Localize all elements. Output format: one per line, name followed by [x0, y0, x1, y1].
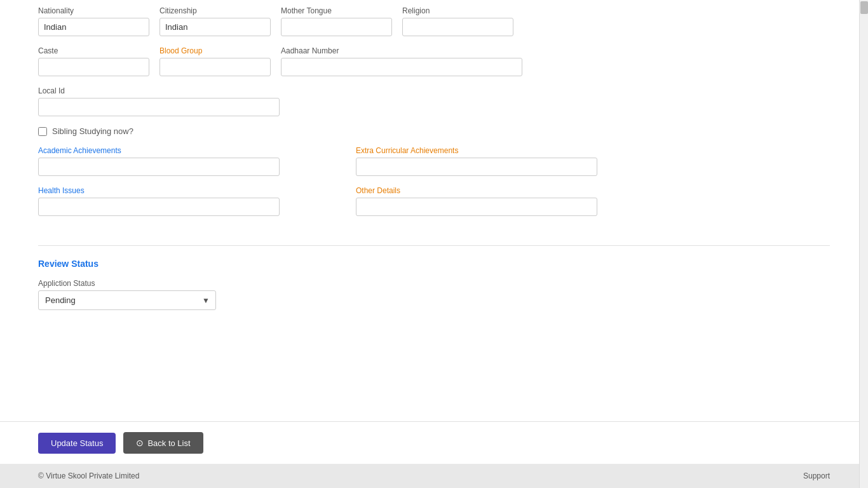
back-to-list-label: Back to List: [147, 438, 190, 448]
religion-input[interactable]: [402, 18, 513, 36]
religion-group: Religion: [402, 6, 513, 36]
support-link[interactable]: Support: [803, 471, 830, 480]
blood-group-input[interactable]: [159, 58, 271, 76]
mother-tongue-input[interactable]: [281, 18, 392, 36]
aadhaar-group: Aadhaar Number: [281, 46, 522, 76]
health-issues-label: Health Issues: [38, 186, 343, 195]
application-status-select[interactable]: Pending Approved Rejected: [38, 290, 216, 310]
caste-label: Caste: [38, 46, 149, 55]
scrollbar-thumb[interactable]: [860, 1, 868, 14]
status-select-wrapper: Pending Approved Rejected ▼: [38, 290, 216, 310]
caste-input[interactable]: [38, 58, 149, 76]
mother-tongue-label: Mother Tongue: [281, 6, 392, 15]
local-id-group: Local Id: [38, 86, 280, 116]
sibling-label: Sibling Studying now?: [52, 126, 133, 136]
aadhaar-input[interactable]: [281, 58, 522, 76]
local-id-label: Local Id: [38, 86, 280, 95]
footer-actions: Update Status ⊙ Back to List: [0, 421, 868, 464]
extra-curricular-input[interactable]: [356, 158, 597, 176]
health-issues-input[interactable]: [38, 198, 280, 216]
citizenship-label: Citizenship: [159, 6, 271, 15]
citizenship-input[interactable]: [159, 18, 271, 36]
health-issues-group: Health Issues: [38, 186, 343, 216]
extra-curricular-label: Extra Curricular Achievements: [356, 146, 661, 155]
blood-group-group: Blood Group: [159, 46, 271, 76]
religion-label: Religion: [402, 6, 513, 15]
academic-achievements-label: Academic Achievements: [38, 146, 343, 155]
other-details-group: Other Details: [356, 186, 661, 216]
local-id-input[interactable]: [38, 98, 280, 116]
application-status-label: Appliction Status: [38, 279, 830, 288]
review-status-title: Review Status: [38, 259, 830, 269]
copyright-text: © Virtue Skool Private Limited: [38, 471, 139, 480]
other-details-input[interactable]: [356, 198, 597, 216]
nationality-input[interactable]: [38, 18, 149, 36]
mother-tongue-group: Mother Tongue: [281, 6, 392, 36]
page-footer: © Virtue Skool Private Limited Support: [0, 464, 868, 488]
academic-achievements-input[interactable]: [38, 158, 280, 176]
caste-group: Caste: [38, 46, 149, 76]
review-status-section: Review Status Appliction Status Pending …: [38, 245, 830, 310]
other-details-label: Other Details: [356, 186, 661, 195]
extra-curricular-group: Extra Curricular Achievements: [356, 146, 661, 176]
back-to-list-button[interactable]: ⊙ Back to List: [123, 432, 203, 454]
nationality-label: Nationality: [38, 6, 149, 15]
blood-group-label: Blood Group: [159, 46, 271, 55]
sibling-checkbox[interactable]: [38, 127, 47, 136]
nationality-group: Nationality: [38, 6, 149, 36]
scrollbar-track: [859, 0, 868, 488]
back-icon: ⊙: [136, 438, 144, 448]
update-status-button[interactable]: Update Status: [38, 433, 116, 454]
application-status-group: Appliction Status Pending Approved Rejec…: [38, 279, 830, 310]
aadhaar-label: Aadhaar Number: [281, 46, 522, 55]
citizenship-group: Citizenship: [159, 6, 271, 36]
academic-achievements-group: Academic Achievements: [38, 146, 343, 176]
sibling-checkbox-row: Sibling Studying now?: [38, 126, 830, 136]
